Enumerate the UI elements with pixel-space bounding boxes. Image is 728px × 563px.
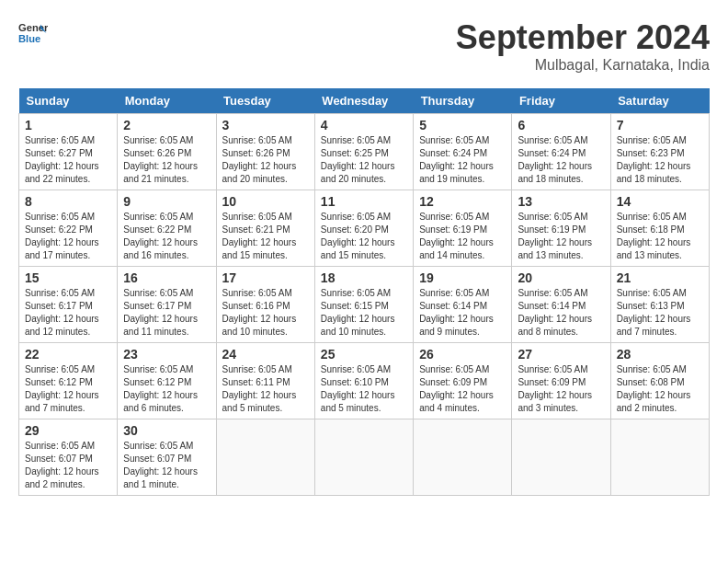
day-info: Sunrise: 6:05 AM Sunset: 6:08 PM Dayligh…: [617, 363, 703, 415]
calendar-cell: 11 Sunrise: 6:05 AM Sunset: 6:20 PM Dayl…: [314, 190, 413, 267]
calendar-cell: 9 Sunrise: 6:05 AM Sunset: 6:22 PM Dayli…: [118, 190, 216, 267]
header-tuesday: Tuesday: [216, 88, 314, 114]
calendar-cell: 12 Sunrise: 6:05 AM Sunset: 6:19 PM Dayl…: [414, 190, 512, 267]
day-info: Sunrise: 6:05 AM Sunset: 6:23 PM Dayligh…: [617, 134, 703, 186]
day-number: 27: [518, 347, 604, 362]
svg-text:General: General: [18, 22, 48, 33]
calendar-cell: [512, 419, 610, 496]
calendar-week-1: 1 Sunrise: 6:05 AM Sunset: 6:27 PM Dayli…: [19, 114, 710, 190]
day-number: 11: [321, 194, 407, 209]
day-number: 7: [617, 118, 703, 132]
day-info: Sunrise: 6:05 AM Sunset: 6:25 PM Dayligh…: [321, 134, 407, 186]
day-info: Sunrise: 6:05 AM Sunset: 6:19 PM Dayligh…: [518, 211, 604, 262]
header-monday: Monday: [118, 88, 216, 114]
day-number: 28: [617, 347, 703, 362]
calendar-cell: 29 Sunrise: 6:05 AM Sunset: 6:07 PM Dayl…: [19, 419, 118, 496]
day-info: Sunrise: 6:05 AM Sunset: 6:15 PM Dayligh…: [321, 287, 407, 339]
page-header: General Blue September 2024 Mulbagal, Ka…: [18, 18, 710, 74]
day-number: 19: [419, 270, 506, 285]
logo: General Blue: [18, 18, 48, 48]
header-saturday: Saturday: [610, 88, 709, 114]
calendar-cell: 13 Sunrise: 6:05 AM Sunset: 6:19 PM Dayl…: [512, 190, 610, 267]
calendar-week-5: 29 Sunrise: 6:05 AM Sunset: 6:07 PM Dayl…: [19, 419, 710, 496]
day-info: Sunrise: 6:05 AM Sunset: 6:21 PM Dayligh…: [222, 211, 309, 262]
day-number: 5: [419, 118, 506, 132]
header-sunday: Sunday: [19, 88, 118, 114]
day-number: 6: [518, 118, 604, 132]
day-info: Sunrise: 6:05 AM Sunset: 6:10 PM Dayligh…: [321, 363, 407, 415]
day-info: Sunrise: 6:05 AM Sunset: 6:24 PM Dayligh…: [518, 134, 604, 186]
calendar-week-3: 15 Sunrise: 6:05 AM Sunset: 6:17 PM Dayl…: [19, 267, 710, 343]
day-info: Sunrise: 6:05 AM Sunset: 6:26 PM Dayligh…: [123, 134, 210, 186]
calendar-cell: 30 Sunrise: 6:05 AM Sunset: 6:07 PM Dayl…: [118, 419, 216, 496]
day-info: Sunrise: 6:05 AM Sunset: 6:19 PM Dayligh…: [419, 211, 506, 262]
calendar-week-4: 22 Sunrise: 6:05 AM Sunset: 6:12 PM Dayl…: [19, 343, 710, 419]
day-info: Sunrise: 6:05 AM Sunset: 6:17 PM Dayligh…: [25, 287, 111, 339]
day-number: 3: [222, 118, 309, 132]
calendar-cell: 8 Sunrise: 6:05 AM Sunset: 6:22 PM Dayli…: [19, 190, 118, 267]
day-number: 2: [123, 118, 210, 132]
calendar-table: SundayMondayTuesdayWednesdayThursdayFrid…: [18, 88, 710, 496]
calendar-cell: 14 Sunrise: 6:05 AM Sunset: 6:18 PM Dayl…: [610, 190, 709, 267]
calendar-cell: [314, 419, 413, 496]
header-wednesday: Wednesday: [314, 88, 413, 114]
day-number: 12: [419, 194, 506, 209]
calendar-cell: 25 Sunrise: 6:05 AM Sunset: 6:10 PM Dayl…: [314, 343, 413, 419]
calendar-cell: 16 Sunrise: 6:05 AM Sunset: 6:17 PM Dayl…: [118, 267, 216, 343]
day-info: Sunrise: 6:05 AM Sunset: 6:12 PM Dayligh…: [123, 363, 210, 415]
day-info: Sunrise: 6:05 AM Sunset: 6:18 PM Dayligh…: [617, 211, 703, 262]
calendar-cell: 20 Sunrise: 6:05 AM Sunset: 6:14 PM Dayl…: [512, 267, 610, 343]
day-info: Sunrise: 6:05 AM Sunset: 6:14 PM Dayligh…: [419, 287, 506, 339]
month-year-title: September 2024: [456, 18, 710, 57]
calendar-cell: 7 Sunrise: 6:05 AM Sunset: 6:23 PM Dayli…: [610, 114, 709, 190]
day-number: 13: [518, 194, 604, 209]
calendar-cell: 5 Sunrise: 6:05 AM Sunset: 6:24 PM Dayli…: [414, 114, 512, 190]
calendar-cell: 19 Sunrise: 6:05 AM Sunset: 6:14 PM Dayl…: [414, 267, 512, 343]
day-number: 23: [123, 347, 210, 362]
day-info: Sunrise: 6:05 AM Sunset: 6:16 PM Dayligh…: [222, 287, 309, 339]
day-info: Sunrise: 6:05 AM Sunset: 6:17 PM Dayligh…: [123, 287, 210, 339]
day-number: 18: [321, 270, 407, 285]
day-number: 16: [123, 270, 210, 285]
day-info: Sunrise: 6:05 AM Sunset: 6:11 PM Dayligh…: [222, 363, 309, 415]
calendar-cell: [610, 419, 709, 496]
day-info: Sunrise: 6:05 AM Sunset: 6:22 PM Dayligh…: [123, 211, 210, 262]
calendar-cell: 10 Sunrise: 6:05 AM Sunset: 6:21 PM Dayl…: [216, 190, 314, 267]
day-info: Sunrise: 6:05 AM Sunset: 6:09 PM Dayligh…: [419, 363, 506, 415]
calendar-cell: 2 Sunrise: 6:05 AM Sunset: 6:26 PM Dayli…: [118, 114, 216, 190]
calendar-cell: 15 Sunrise: 6:05 AM Sunset: 6:17 PM Dayl…: [19, 267, 118, 343]
day-info: Sunrise: 6:05 AM Sunset: 6:26 PM Dayligh…: [222, 134, 309, 186]
day-number: 15: [25, 270, 111, 285]
calendar-cell: 26 Sunrise: 6:05 AM Sunset: 6:09 PM Dayl…: [414, 343, 512, 419]
day-number: 26: [419, 347, 506, 362]
calendar-cell: 6 Sunrise: 6:05 AM Sunset: 6:24 PM Dayli…: [512, 114, 610, 190]
day-info: Sunrise: 6:05 AM Sunset: 6:24 PM Dayligh…: [419, 134, 506, 186]
day-number: 10: [222, 194, 309, 209]
day-info: Sunrise: 6:05 AM Sunset: 6:07 PM Dayligh…: [25, 440, 111, 491]
calendar-cell: [414, 419, 512, 496]
logo-icon: General Blue: [18, 18, 48, 48]
day-info: Sunrise: 6:05 AM Sunset: 6:14 PM Dayligh…: [518, 287, 604, 339]
calendar-cell: 27 Sunrise: 6:05 AM Sunset: 6:09 PM Dayl…: [512, 343, 610, 419]
header-thursday: Thursday: [414, 88, 512, 114]
calendar-week-2: 8 Sunrise: 6:05 AM Sunset: 6:22 PM Dayli…: [19, 190, 710, 267]
day-number: 21: [617, 270, 703, 285]
day-number: 24: [222, 347, 309, 362]
day-info: Sunrise: 6:05 AM Sunset: 6:22 PM Dayligh…: [25, 211, 111, 262]
day-number: 25: [321, 347, 407, 362]
day-number: 30: [123, 423, 210, 438]
day-number: 14: [617, 194, 703, 209]
calendar-cell: 1 Sunrise: 6:05 AM Sunset: 6:27 PM Dayli…: [19, 114, 118, 190]
day-info: Sunrise: 6:05 AM Sunset: 6:13 PM Dayligh…: [617, 287, 703, 339]
day-number: 22: [25, 347, 111, 362]
day-info: Sunrise: 6:05 AM Sunset: 6:20 PM Dayligh…: [321, 211, 407, 262]
day-number: 4: [321, 118, 407, 132]
day-number: 1: [25, 118, 111, 132]
calendar-cell: 3 Sunrise: 6:05 AM Sunset: 6:26 PM Dayli…: [216, 114, 314, 190]
day-info: Sunrise: 6:05 AM Sunset: 6:27 PM Dayligh…: [25, 134, 111, 186]
day-info: Sunrise: 6:05 AM Sunset: 6:09 PM Dayligh…: [518, 363, 604, 415]
day-info: Sunrise: 6:05 AM Sunset: 6:07 PM Dayligh…: [123, 440, 210, 491]
calendar-cell: 4 Sunrise: 6:05 AM Sunset: 6:25 PM Dayli…: [314, 114, 413, 190]
calendar-header-row: SundayMondayTuesdayWednesdayThursdayFrid…: [19, 88, 710, 114]
day-number: 8: [25, 194, 111, 209]
